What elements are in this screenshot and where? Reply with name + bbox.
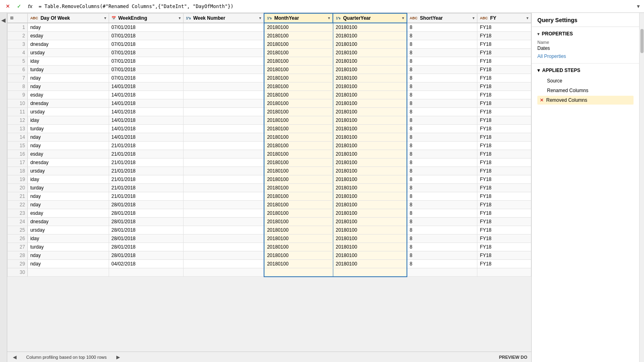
cell-quarterYear-25: 20180100 (333, 234, 407, 243)
col-type-icon-monthYear: 1²₃ (267, 16, 272, 20)
cell-weekNumber-18 (183, 175, 264, 184)
accept-button[interactable]: ✓ (14, 2, 23, 11)
cell-weekEnding-27: 28/01/2018 (109, 251, 183, 260)
cancel-button[interactable]: ✕ (3, 2, 12, 11)
cell-quarterYear-20: 20180100 (333, 192, 407, 201)
cell-weekEnding-9: 14/01/2018 (109, 99, 183, 108)
table-row: 30 (8, 268, 531, 277)
table-row: 7nday07/01/201820180100201801008FY18 (8, 74, 531, 82)
table-row: 3dnesday07/01/201820180100201801008FY18 (8, 40, 531, 49)
step-item-removedColumns[interactable]: ✕Removed Columns (537, 96, 634, 105)
table-row: 1nday07/01/201820180100201801008FY18 (8, 23, 531, 32)
steps-list: SourceRenamed Columns✕Removed Columns (537, 76, 634, 105)
table-row: 26iday28/01/201820180100201801008FY18 (8, 234, 531, 243)
row-num-15: 15 (8, 142, 28, 150)
steps-collapse-icon[interactable]: ▾ (537, 68, 540, 73)
cell-weekEnding-19: 21/01/2018 (109, 184, 183, 192)
step-label-renamedColumns: Renamed Columns (540, 88, 588, 93)
table-row: 16esday21/01/201820180100201801008FY18 (8, 150, 531, 158)
cell-weekNumber-10 (183, 108, 264, 116)
col-header-quarterYear[interactable]: 1²₃ QuarterYear ▾ (333, 13, 407, 23)
properties-header: ▾ PROPERTIES (537, 31, 634, 37)
cell-weekNumber-14 (183, 142, 264, 150)
col-dropdown-quarterYear[interactable]: ▾ (402, 16, 404, 20)
cell-shortYear-5: 8 (407, 66, 477, 74)
table-icon: ⊞ (10, 16, 13, 20)
row-num-24: 24 (8, 218, 28, 226)
table-row: 24dnesday28/01/201820180100201801008FY18 (8, 218, 531, 226)
row-num-23: 23 (8, 209, 28, 218)
cell-weekEnding-26: 28/01/2018 (109, 243, 183, 251)
properties-collapse-icon[interactable]: ▾ (537, 32, 539, 36)
cell-fy-23: FY18 (477, 218, 531, 226)
col-dropdown-weekEnding[interactable]: ▾ (179, 16, 181, 20)
cell-shortYear-27: 8 (407, 251, 477, 260)
cell-dayOfWeek-28: nday (28, 260, 109, 268)
cell-monthYear-15: 20180100 (264, 150, 333, 158)
cell-shortYear-21: 8 (407, 201, 477, 209)
cell-dayOfWeek-2: dnesday (28, 40, 109, 49)
collapse-icon: ◀ (1, 17, 6, 23)
cell-quarterYear-14: 20180100 (333, 142, 407, 150)
cell-shortYear-14: 8 (407, 142, 477, 150)
profile-status: Column profiling based on top 1000 rows (26, 355, 107, 360)
table-row: 28nday28/01/201820180100201801008FY18 (8, 251, 531, 260)
row-num-5: 5 (8, 57, 28, 66)
col-dropdown-dayOfWeek[interactable]: ▾ (104, 16, 106, 20)
cell-dayOfWeek-23: dnesday (28, 218, 109, 226)
step-item-renamedColumns[interactable]: Renamed Columns (537, 86, 634, 95)
row-num-19: 19 (8, 175, 28, 184)
table-row: 27turday28/01/201820180100201801008FY18 (8, 243, 531, 251)
prev-page-button[interactable]: ◀ (11, 354, 18, 361)
cell-shortYear-2: 8 (407, 40, 477, 49)
table-row: 25ursday28/01/201820180100201801008FY18 (8, 226, 531, 234)
cell-weekNumber-8 (183, 91, 264, 99)
col-header-dayOfWeek[interactable]: ABC Day Of Week ▾ (28, 13, 109, 23)
cell-fy-15: FY18 (477, 150, 531, 158)
col-label-weekEnding: WeekEnding (118, 15, 147, 21)
formula-input[interactable] (37, 3, 634, 10)
col-header-monthYear[interactable]: 1²₃ MonthYear ▾ (264, 13, 333, 23)
cell-monthYear-6: 20180100 (264, 74, 333, 82)
cell-weekNumber-19 (183, 184, 264, 192)
cell-fy-4: FY18 (477, 57, 531, 66)
cell-fy-11: FY18 (477, 116, 531, 125)
next-page-button[interactable]: ▶ (115, 354, 122, 361)
panel-scrollbar[interactable] (639, 13, 644, 362)
col-dropdown-shortYear[interactable]: ▾ (473, 16, 475, 20)
cell-fy-22: FY18 (477, 209, 531, 218)
step-label-source: Source (540, 78, 562, 84)
cell-quarterYear-28: 20180100 (333, 260, 407, 268)
col-header-shortYear[interactable]: ABC ShortYear ▾ (407, 13, 477, 23)
all-properties-link[interactable]: All Properties (537, 53, 566, 59)
table-container[interactable]: ⊞ ABC Day Of Week ▾ 📅 WeekEnding ▾ 1²₃ W… (7, 13, 531, 352)
col-type-icon-weekEnding: 📅 (111, 16, 116, 20)
row-num-28: 28 (8, 251, 28, 260)
table-row: 23esday28/01/201820180100201801008FY18 (8, 209, 531, 218)
col-header-fy[interactable]: ABC FY ▾ (477, 13, 531, 23)
col-header-weekEnding[interactable]: 📅 WeekEnding ▾ (109, 13, 183, 23)
cell-shortYear-26: 8 (407, 243, 477, 251)
table-row: 22nday28/01/201820180100201801008FY18 (8, 201, 531, 209)
cell-dayOfWeek-20: nday (28, 192, 109, 201)
formula-expand-button[interactable]: ▼ (636, 4, 641, 9)
col-dropdown-weekNumber[interactable]: ▾ (259, 16, 261, 20)
col-type-icon-dayOfWeek: ABC (30, 16, 38, 20)
row-num-29: 29 (8, 260, 28, 268)
left-collapse-button[interactable]: ◀ (0, 13, 7, 362)
applied-steps-section: ▾ APPLIED STEPS SourceRenamed Columns✕Re… (532, 64, 639, 109)
cell-weekEnding-23: 28/01/2018 (109, 218, 183, 226)
cell-monthYear-28: 20180100 (264, 260, 333, 268)
cell-fy-8: FY18 (477, 91, 531, 99)
col-header-weekNumber[interactable]: 1²₃ Week Number ▾ (183, 13, 264, 23)
step-item-source[interactable]: Source (537, 76, 634, 85)
cell-monthYear-21: 20180100 (264, 201, 333, 209)
col-label-monthYear: MonthYear (274, 15, 299, 21)
cell-weekEnding-17: 21/01/2018 (109, 167, 183, 175)
col-dropdown-monthYear[interactable]: ▾ (328, 16, 330, 20)
cell-quarterYear-2: 20180100 (333, 40, 407, 49)
cell-weekEnding-13: 14/01/2018 (109, 133, 183, 142)
cell-dayOfWeek-22: esday (28, 209, 109, 218)
col-dropdown-fy[interactable]: ▾ (526, 16, 528, 20)
row-num-27: 27 (8, 243, 28, 251)
